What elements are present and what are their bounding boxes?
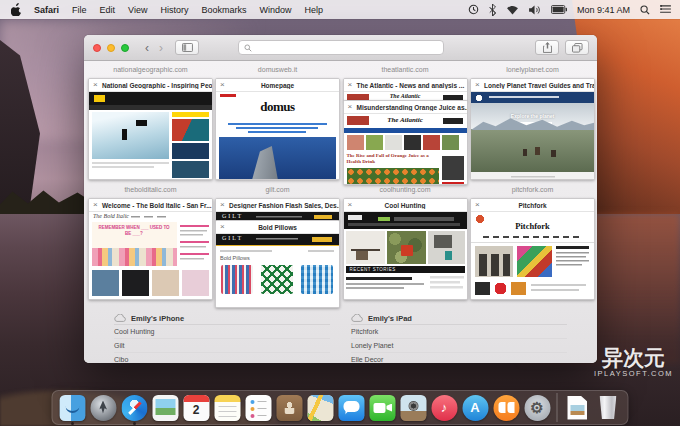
bluetooth-icon[interactable] [489, 4, 496, 16]
icloud-tab-item[interactable]: Pitchfork [351, 325, 567, 339]
dock-safari-icon[interactable] [120, 391, 149, 424]
tab-thumbnail-lonelyplanet[interactable]: ×Lonely Planet Travel Guides and Tra... … [470, 78, 595, 180]
close-tab-icon[interactable]: × [93, 79, 98, 91]
tab-title: Designer Fashion Flash Sales, Des... [216, 202, 339, 209]
atlantic-logo: The Atlantic [344, 93, 467, 99]
menu-clock[interactable]: Mon 9:41 AM [577, 5, 630, 15]
tab-thumbnail-atlantic-orange-juice[interactable]: ×Misunderstanding Orange Juice as... The… [343, 100, 468, 185]
tab-thumbnail-bolditalic[interactable]: ×Welcome - The Bold Italic - San Fr... T… [88, 198, 213, 300]
menu-history[interactable]: History [160, 5, 188, 15]
close-tab-icon[interactable]: × [348, 199, 353, 211]
notification-center-icon[interactable] [660, 5, 671, 14]
tab-thumbnail-pitchfork[interactable]: ×Pitchfork Pitchfork [470, 198, 595, 300]
icloud-tab-item[interactable]: Gilt [114, 339, 330, 353]
tab-thumbnail-gilt-sales[interactable]: ×Designer Fashion Flash Sales, Des... GI… [215, 198, 340, 222]
tab-title: Misunderstanding Orange Juice as... [344, 104, 467, 111]
dock-contacts-icon[interactable] [275, 391, 304, 424]
section-label: RECENT STORIES [350, 267, 396, 272]
tab-page-preview: GILT Bold Pillows [216, 234, 339, 307]
search-icon [244, 44, 252, 52]
dock-notes-icon[interactable] [213, 391, 242, 424]
menu-view[interactable]: View [128, 5, 147, 15]
dock-facetime-icon[interactable] [368, 391, 397, 424]
icloud-tab-item[interactable]: Cibo [114, 353, 330, 363]
sidebar-button[interactable] [175, 40, 199, 55]
dock-iphoto-icon[interactable] [399, 391, 428, 424]
watermark-url: IPLAYSOFT.COM [594, 369, 673, 378]
volume-icon[interactable] [529, 5, 541, 15]
icloud-icon [351, 314, 363, 322]
watermark-title: 异次元 [594, 346, 673, 369]
battery-icon[interactable] [551, 5, 567, 14]
dock-downloads-icon[interactable] [563, 391, 592, 424]
running-indicator [133, 422, 136, 425]
dock-finder-icon[interactable] [58, 391, 87, 424]
close-tab-icon[interactable]: × [348, 79, 353, 91]
hero-text: REMEMBER WHEN ___ USED TO BE ___? [97, 225, 171, 236]
spotlight-icon[interactable] [640, 5, 650, 15]
wifi-icon[interactable] [506, 5, 519, 15]
tab-group-domusweb: domusweb.it ×Homepage domus [215, 66, 340, 76]
apple-menu-icon[interactable] [11, 3, 22, 16]
dock-launchpad-icon[interactable] [89, 391, 118, 424]
dock-photos-icon[interactable] [151, 391, 180, 424]
zoom-window-button[interactable] [121, 44, 129, 52]
icloud-tabs-iphone: Emily's iPhone Cool Hunting Gilt Cibo [114, 312, 330, 363]
tab-thumbnail-atlantic-news[interactable]: ×The Atlantic - News and analysis ... Th… [343, 78, 468, 102]
tab-page-preview [89, 92, 212, 179]
tab-group-domain: gilt.com [215, 186, 340, 196]
back-button[interactable]: ‹ [145, 42, 149, 54]
close-tab-icon[interactable]: × [475, 79, 480, 91]
watermark: 异次元 IPLAYSOFT.COM [594, 346, 673, 378]
close-tab-icon[interactable]: × [220, 221, 225, 233]
dock-system-preferences-icon[interactable]: ⚙ [523, 391, 552, 424]
tab-title: Cool Hunting [344, 202, 467, 209]
tab-thumbnail-coolhunting[interactable]: ×Cool Hunting RECENT STORIES [343, 198, 468, 300]
tab-thumbnail-domus[interactable]: ×Homepage domus [215, 78, 340, 180]
close-tab-icon[interactable]: × [348, 101, 353, 113]
time-machine-icon[interactable] [468, 4, 479, 15]
tab-page-preview: The Bold Italic REMEMBER WHEN ___ USED T… [89, 212, 212, 299]
close-tab-icon[interactable]: × [220, 79, 225, 91]
forward-button[interactable]: › [159, 42, 163, 54]
menu-window[interactable]: Window [259, 5, 291, 15]
menu-bookmarks[interactable]: Bookmarks [201, 5, 246, 15]
menu-help[interactable]: Help [304, 5, 323, 15]
tab-overview-button[interactable] [565, 40, 589, 55]
tab-thumbnail-nationalgeographic[interactable]: ×National Geographic - Inspiring Peo... [88, 78, 213, 180]
dock-itunes-icon[interactable]: ♪ [430, 391, 459, 424]
tab-group-domain: theatlantic.com [343, 66, 468, 76]
dock-messages-icon[interactable] [337, 391, 366, 424]
dock-calendar-icon[interactable]: 2 [182, 391, 211, 424]
menu-edit[interactable]: Edit [100, 5, 116, 15]
tab-group-lonelyplanet: lonelyplanet.com ×Lonely Planet Travel G… [470, 66, 595, 76]
close-tab-icon[interactable]: × [93, 199, 98, 211]
icloud-tabs-ipad: Emily's iPad Pitchfork Lonely Planet Ell… [351, 312, 567, 363]
dock-reminders-icon[interactable] [244, 391, 273, 424]
atlantic-logo: The Atlantic [344, 116, 467, 124]
dock-app-store-icon[interactable]: A [461, 391, 490, 424]
page-heading: Bold Pillows [220, 255, 250, 261]
window-controls [93, 44, 129, 52]
menu-app-name[interactable]: Safari [34, 5, 59, 15]
icloud-tab-item[interactable]: Cool Hunting [114, 325, 330, 339]
minimize-window-button[interactable] [107, 44, 115, 52]
close-tab-icon[interactable]: × [475, 199, 480, 211]
share-button[interactable] [535, 40, 559, 55]
address-search-field[interactable] [238, 40, 444, 55]
safari-window: ‹ › nationalgeographic.com ×National Geo… [84, 35, 597, 363]
tab-group-pitchfork: pitchfork.com ×Pitchfork Pitchfork [470, 186, 595, 196]
album-art [517, 246, 552, 277]
close-tab-icon[interactable]: × [220, 199, 225, 211]
close-window-button[interactable] [93, 44, 101, 52]
tab-title: Homepage [216, 82, 339, 89]
menu-file[interactable]: File [72, 5, 87, 15]
tab-thumbnail-bold-pillows[interactable]: ×Bold Pillows GILT Bold Pillows [215, 220, 340, 308]
dock-ibooks-icon[interactable] [492, 391, 521, 424]
icloud-tab-item[interactable]: Lonely Planet [351, 339, 567, 353]
icloud-tab-item[interactable]: Elle Decor [351, 353, 567, 363]
dock-maps-icon[interactable] [306, 391, 335, 424]
dock-divider [557, 393, 558, 422]
dock-trash-icon[interactable] [594, 391, 623, 424]
red-mug-photo [401, 245, 413, 256]
